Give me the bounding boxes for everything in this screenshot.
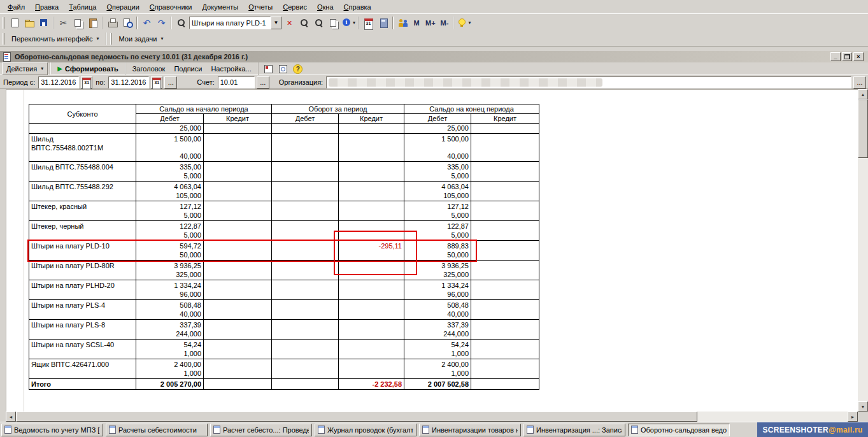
period-from-input[interactable]: [38, 76, 79, 89]
menu-item[interactable]: Файл: [3, 1, 30, 13]
report-table-body: 25,00025,000ШильдВПТС.755488.002Т1М1 500…: [29, 124, 539, 379]
scroll-left-icon[interactable]: ◄: [6, 412, 16, 422]
toolbar-grip[interactable]: [110, 33, 112, 45]
vertical-scroll-thumb[interactable]: [858, 99, 868, 158]
table-row[interactable]: Шильд ВПТС.755488.2924 063,04105,0004 06…: [29, 182, 539, 201]
find-next-icon[interactable]: [297, 16, 311, 30]
period-to-calendar-icon[interactable]: [151, 76, 162, 89]
taskbar-button[interactable]: Оборотно-сальдовая ведо...: [628, 424, 730, 436]
copy-icon[interactable]: [71, 16, 85, 30]
menu-item[interactable]: Отчеты: [243, 1, 278, 13]
table-row[interactable]: Штыри на плату PLHD-201 334,2496,0001 33…: [29, 280, 539, 300]
taskbar-button[interactable]: Инвентаризации товаров н..: [419, 424, 521, 436]
search-input[interactable]: [189, 17, 271, 29]
switch-interface-button[interactable]: Переключить интерфейс ▾: [7, 32, 104, 45]
value-cell: 122,875,000: [136, 221, 204, 241]
horizontal-scroll-thumb[interactable]: [16, 412, 697, 422]
menu-item[interactable]: Документы: [197, 1, 244, 13]
period-from-calendar-icon[interactable]: [81, 76, 92, 89]
table-row[interactable]: Штыри на плату PLS-8337,39244,000337,392…: [29, 320, 539, 340]
paste-icon[interactable]: [85, 16, 100, 30]
scroll-right-icon[interactable]: ►: [848, 412, 858, 422]
my-tasks-button[interactable]: Мои задачи ▾: [115, 32, 168, 45]
clear-search-icon[interactable]: ×: [282, 16, 297, 30]
memory-button[interactable]: M: [410, 16, 423, 30]
table-row[interactable]: Штекер, черный122,875,000122,875,000: [29, 221, 539, 241]
period-options-button[interactable]: ...: [164, 76, 177, 89]
new-document-icon[interactable]: [7, 16, 22, 30]
table-row[interactable]: Шильд ВПТС.755488.004335,005,000335,005,…: [29, 162, 539, 182]
combo-dropdown-icon[interactable]: ▼: [271, 17, 281, 29]
header-button[interactable]: Заголовок: [128, 62, 170, 75]
task-label: Инвентаризация ...: Записан: [536, 426, 622, 434]
signatures-button[interactable]: Подписи: [169, 62, 206, 75]
redo-icon[interactable]: ↷: [154, 16, 169, 30]
table-row[interactable]: 25,00025,000: [29, 124, 539, 134]
find-previous-icon[interactable]: [311, 16, 326, 30]
taskbar-button[interactable]: Журнал проводок (бухгалт...: [315, 424, 416, 436]
menu-item[interactable]: Таблица: [64, 1, 101, 13]
report-window-titlebar[interactable]: Оборотно-сальдовая ведомость по счету 10…: [0, 51, 868, 62]
table-row[interactable]: Ящик ВПТС.426471.0002 400,001,0002 400,0…: [29, 359, 539, 379]
menu-item[interactable]: Окна: [312, 1, 339, 13]
open-icon[interactable]: [22, 16, 36, 30]
table-row[interactable]: Штыри на плату PLS-4508,4840,000508,4840…: [29, 300, 539, 320]
restore-button[interactable]: [842, 52, 852, 61]
save-icon[interactable]: [36, 16, 51, 30]
find-icon[interactable]: [174, 16, 189, 30]
table-total-row[interactable]: Итого 2 005 270,00 -2 232,58 2 007 502,5…: [29, 379, 539, 390]
close-button[interactable]: ×: [853, 52, 864, 61]
memory-minus-button[interactable]: M-: [438, 16, 452, 30]
taskbar-button[interactable]: Расчет себесто...: Проведен: [210, 424, 312, 436]
table-row[interactable]: Штыри на плату PLD-10594,7250,000-295,11…: [29, 241, 539, 261]
scroll-down-icon[interactable]: ▼: [858, 401, 868, 412]
tip-of-day-icon[interactable]: ▾: [456, 16, 471, 30]
print-preview-icon[interactable]: [120, 16, 134, 30]
menu-item[interactable]: Правка: [30, 1, 64, 13]
cut-icon[interactable]: ✂: [56, 16, 71, 30]
menu-item[interactable]: Справка: [339, 1, 376, 13]
account-input[interactable]: [218, 76, 255, 89]
table-row[interactable]: Штекер, красный127,125,000127,125,000: [29, 201, 539, 221]
settings-button[interactable]: Настройка...: [206, 62, 255, 75]
calculator-icon[interactable]: [376, 16, 390, 30]
organization-input[interactable]: [326, 76, 851, 89]
value-cell: 127,125,000: [136, 201, 204, 221]
taskbar-button[interactable]: Инвентаризация ...: Записан: [523, 424, 625, 436]
actions-button[interactable]: Действия ▾: [2, 62, 48, 75]
value-cell: 337,39244,000: [404, 320, 471, 340]
users-icon[interactable]: [395, 16, 410, 30]
table-row[interactable]: Штыри на плату SCSL-4054,241,00054,241,0…: [29, 340, 539, 359]
undo-icon[interactable]: ↶: [139, 16, 154, 30]
scroll-up-icon[interactable]: ▲: [858, 89, 868, 99]
report-view[interactable]: Субконто Сальдо на начало периода Оборот…: [6, 89, 858, 412]
organization-select-button[interactable]: ...: [853, 76, 866, 89]
report-zoom-icon[interactable]: [276, 62, 290, 76]
generate-button[interactable]: ▶ Сформировать: [53, 62, 123, 75]
header-end-balance: Сальдо на конец периода: [404, 104, 539, 114]
menu-item[interactable]: Сервис: [278, 1, 312, 13]
taskbar-button[interactable]: Расчеты себестоимости: [106, 424, 208, 436]
calendar-icon[interactable]: [361, 16, 376, 30]
value-cell: [339, 221, 404, 241]
toolbar-grip[interactable]: [3, 17, 4, 29]
menu-item[interactable]: Справочники: [145, 1, 197, 13]
toolbar-grip[interactable]: [3, 33, 4, 45]
table-row[interactable]: Штыри на плату PLD-80R3 936,25325,0003 9…: [29, 261, 539, 280]
memory-plus-button[interactable]: M+: [423, 16, 438, 30]
account-select-button[interactable]: ...: [257, 76, 269, 89]
minimize-button[interactable]: _: [830, 52, 841, 61]
table-row[interactable]: ШильдВПТС.755488.002Т1М1 500,0040,0001 5…: [29, 134, 539, 162]
print-icon[interactable]: [105, 16, 120, 30]
taskbar-button[interactable]: Ведомость по учету МПЗ [...: [1, 424, 103, 436]
help-icon[interactable]: [290, 62, 305, 76]
value-cell: 335,005,000: [404, 162, 471, 182]
report-settings-icon[interactable]: [261, 62, 276, 76]
period-to-input[interactable]: [108, 76, 149, 89]
value-cell: 4 063,04105,000: [404, 182, 471, 201]
vertical-scrollbar[interactable]: ▲ ▼: [858, 89, 868, 412]
copy-value-icon[interactable]: [326, 16, 341, 30]
menu-item[interactable]: Операции: [101, 1, 144, 13]
info-icon[interactable]: ▾: [341, 16, 356, 30]
horizontal-scrollbar[interactable]: ◄ ►: [6, 412, 858, 422]
